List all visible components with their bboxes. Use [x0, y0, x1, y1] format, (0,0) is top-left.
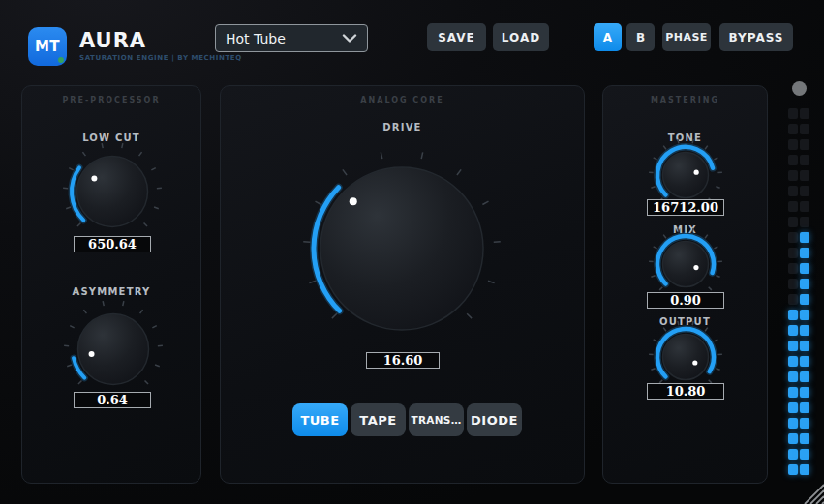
preset-selected-value: Hot Tube	[226, 31, 342, 46]
meter-led-left	[788, 464, 798, 475]
meter-led-left	[788, 356, 798, 367]
asymmetry-knob[interactable]	[63, 299, 164, 403]
meter-led-left	[788, 217, 798, 227]
meter-led-left	[788, 418, 798, 429]
meter-led-left	[788, 170, 798, 181]
meter-led-left	[788, 294, 798, 305]
meter-led-right	[800, 371, 809, 382]
meter-led-left	[788, 279, 798, 289]
meter-led-right	[800, 108, 809, 119]
meter-led-right	[800, 387, 809, 398]
meter-led-left	[788, 248, 798, 258]
preset-b-button[interactable]: B	[626, 23, 655, 51]
brand-logo-text: MT	[35, 38, 60, 55]
meter-led-right	[800, 294, 809, 305]
mode-tape-button[interactable]: TAPE	[351, 403, 406, 436]
meter-led-right	[800, 263, 809, 274]
meter-led-left	[788, 201, 798, 212]
meter-led-right	[800, 449, 809, 460]
analog-core-panel-title: ANALOG CORE	[221, 96, 584, 104]
mastering-panel: MASTERING TONE 16712.00 MIX 0.90 OUTPUT …	[602, 85, 768, 484]
meter-led-right	[800, 139, 809, 150]
meter-led-right	[800, 124, 809, 134]
meter-led-right	[800, 341, 809, 351]
meter-led-left	[788, 155, 798, 165]
meter-led-left	[788, 341, 798, 351]
output-value[interactable]: 10.80	[647, 383, 724, 400]
meter-led-left	[788, 371, 798, 382]
meter-led-right	[800, 418, 809, 429]
meter-led-right	[800, 325, 809, 336]
plugin-window: MT AURA SATURATION ENGINE | BY MECHINTEQ…	[0, 0, 824, 504]
analog-core-panel: ANALOG CORE DRIVE 16.60 TUBE TAPE TRANS……	[220, 85, 585, 484]
chevron-down-icon	[342, 34, 357, 43]
brand-logo: MT	[28, 27, 67, 66]
logo-status-dot	[58, 57, 64, 63]
meter-led-right	[800, 155, 809, 165]
meter-led-left	[788, 387, 798, 398]
meter-led-left	[788, 263, 798, 274]
drive-label: DRIVE	[221, 122, 584, 133]
meter-led-right	[800, 217, 809, 227]
clip-indicator	[792, 81, 807, 96]
lowcut-value[interactable]: 650.64	[74, 236, 151, 252]
meter-led-left	[788, 402, 798, 413]
meter-led-left	[788, 433, 798, 444]
bypass-button[interactable]: BYPASS	[719, 23, 793, 51]
level-meter	[788, 108, 809, 480]
asymmetry-label: ASYMMETRY	[22, 286, 200, 297]
meter-led-left	[788, 232, 798, 243]
mastering-panel-title: MASTERING	[603, 96, 767, 104]
preset-selector[interactable]: Hot Tube	[215, 24, 368, 52]
meter-led-left	[788, 108, 798, 119]
resize-handle[interactable]	[803, 483, 824, 504]
save-button[interactable]: SAVE	[427, 23, 486, 51]
mode-tube-button[interactable]: TUBE	[292, 403, 348, 436]
meter-led-right	[800, 402, 809, 413]
meter-led-right	[800, 248, 809, 258]
lowcut-knob[interactable]	[62, 141, 163, 246]
drive-knob[interactable]	[301, 148, 503, 353]
meter-led-right	[800, 170, 809, 181]
meter-led-right	[800, 356, 809, 367]
meter-led-right	[800, 464, 809, 475]
mode-transistor-button[interactable]: TRANS…	[409, 403, 464, 436]
meter-led-left	[788, 186, 798, 196]
meter-led-right	[800, 279, 809, 289]
meter-led-left	[788, 310, 798, 320]
pre-processor-panel-title: PRE-PROCESSOR	[22, 96, 200, 104]
meter-led-left	[788, 139, 798, 150]
drive-value[interactable]: 16.60	[366, 352, 440, 369]
meter-led-left	[788, 325, 798, 336]
tone-value[interactable]: 16712.00	[647, 199, 724, 216]
meter-led-right	[800, 186, 809, 196]
preset-a-button[interactable]: A	[594, 23, 622, 51]
asymmetry-value[interactable]: 0.64	[74, 392, 151, 408]
meter-led-right	[800, 201, 809, 212]
saturation-mode-group: TUBE TAPE TRANS… DIODE	[292, 403, 522, 436]
mode-diode-button[interactable]: DIODE	[467, 403, 522, 436]
meter-led-right	[800, 433, 809, 444]
meter-led-left	[788, 449, 798, 460]
meter-led-right	[800, 232, 809, 243]
load-button[interactable]: LOAD	[493, 23, 549, 51]
pre-processor-panel: PRE-PROCESSOR LOW CUT 650.64 ASYMMETRY 0…	[21, 85, 201, 484]
meter-led-right	[800, 310, 809, 320]
page-subtitle: SATURATION ENGINE | BY MECHINTEQ	[79, 54, 242, 62]
meter-led-left	[788, 124, 798, 134]
phase-button[interactable]: PHASE	[662, 23, 711, 51]
mix-value[interactable]: 0.90	[647, 292, 724, 309]
